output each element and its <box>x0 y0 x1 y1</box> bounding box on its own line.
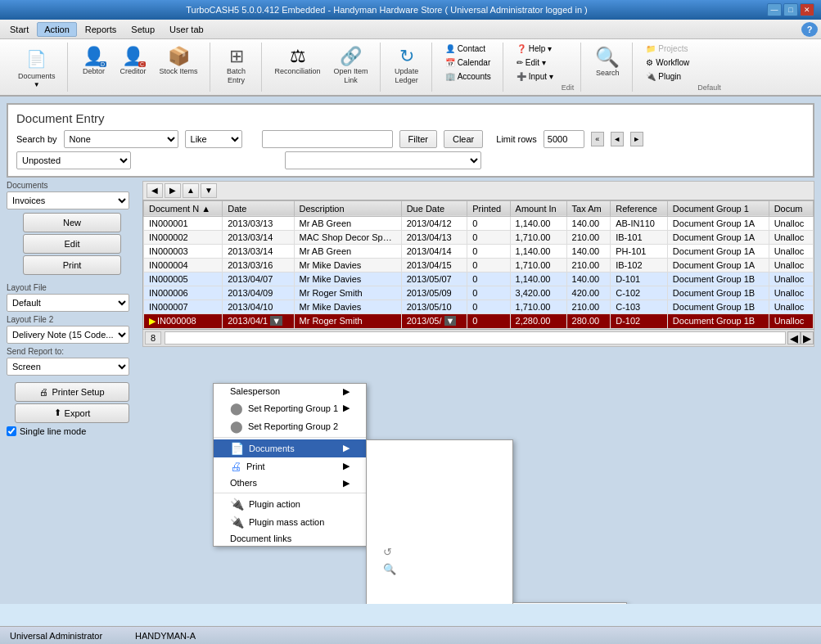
cell-5: 2,280.00 <box>510 313 566 328</box>
search-button[interactable]: 🔍 Search <box>589 43 625 81</box>
new-button[interactable]: New <box>23 213 121 232</box>
ctx-convert-order[interactable]: Convert Invoice to Order <box>367 480 512 494</box>
limit-rows-input[interactable] <box>544 130 584 148</box>
nav-next-button[interactable]: ► <box>630 132 643 146</box>
table-container[interactable]: Document N ▲ Date Description Due Date P… <box>142 200 814 330</box>
like-select[interactable]: Like Equal Not Equal <box>185 130 242 148</box>
col-tax[interactable]: Tax Am <box>566 200 611 216</box>
close-button[interactable]: ✕ <box>800 3 814 16</box>
ctx-others[interactable]: Others ▶ <box>214 475 366 491</box>
minimize-button[interactable]: — <box>767 3 782 16</box>
projects-button[interactable]: 📁 Projects <box>641 43 694 55</box>
contact-button[interactable]: 👤 Contact <box>440 43 496 55</box>
update-ledger-button[interactable]: ↻ UpdateLedger <box>389 43 425 88</box>
toolbar-move-up[interactable]: ▲ <box>183 183 199 198</box>
clear-button[interactable]: Clear <box>444 130 483 148</box>
layout-select[interactable]: Default <box>7 294 129 312</box>
document-type-select[interactable]: Invoices Credit Notes Orders Purchases <box>7 191 129 209</box>
ctx-plugin-mass[interactable]: 🔌 Plugin mass action <box>214 513 366 531</box>
table-row[interactable]: ▶IN0000082013/04/1 ▼Mr Roger Smith2013/0… <box>144 313 814 328</box>
ctx-orders[interactable]: Orders <box>513 603 626 604</box>
ctx-reporting1[interactable]: ⬤ Set Reporting Group 1 ▶ <box>214 399 366 417</box>
send-select[interactable]: Screen Printer Email <box>7 358 129 376</box>
stock-items-button[interactable]: 📦 Stock Items <box>155 43 203 79</box>
menu-usertab[interactable]: User tab <box>163 23 210 36</box>
nav-prev-button[interactable]: ◄ <box>611 132 624 146</box>
calendar-button[interactable]: 📅 Calendar <box>440 56 496 69</box>
menu-setup[interactable]: Setup <box>124 23 161 36</box>
ctx-convert-credit[interactable]: Convert to Creditnote / Return Note <box>367 494 512 519</box>
ctx-create-purchase[interactable]: Create Purchase on Default Supplier 1 <box>367 455 512 480</box>
ctx-documents[interactable]: 📄 Documents ▶ Copy Document Create Purch… <box>214 439 366 457</box>
table-row[interactable]: IN0000062013/04/09Mr Roger Smith2013/05/… <box>144 286 814 299</box>
change-account-icon: ↺ <box>383 546 392 558</box>
accounts-dropdown[interactable] <box>285 151 481 169</box>
col-group[interactable]: Document Group 1 <box>667 200 769 216</box>
table-row[interactable]: IN0000022013/03/14MAC Shop Decor Special… <box>144 230 814 244</box>
ctx-doc-links[interactable]: Document links <box>214 531 366 546</box>
ctx-redo-discount[interactable]: Redo Discount on Document <box>367 519 512 543</box>
col-date[interactable]: Date <box>223 200 294 216</box>
cell-8: Document Group 1A <box>667 258 769 272</box>
batch-entry-button[interactable]: ⊞ BatchEntry <box>219 43 255 88</box>
workflow-button[interactable]: ⚙ Workflow <box>641 56 694 69</box>
menu-action[interactable]: Action <box>37 22 77 37</box>
ctx-edit-account[interactable]: 🔍 Edit Account <box>367 561 512 578</box>
value-input[interactable] <box>262 130 393 148</box>
ctx-copy-to[interactable]: Copy to Orders Purchases Supplier Return… <box>367 602 512 604</box>
plugin-button[interactable]: 🔌 Plugin <box>641 70 694 83</box>
debtor-button[interactable]: 👤 D Debtor <box>76 43 112 79</box>
table-row[interactable]: IN0000052013/04/07Mr Mike Davies2013/05/… <box>144 272 814 286</box>
input-button[interactable]: ➕ Input ▾ <box>512 70 558 83</box>
ctx-reporting2[interactable]: ⬤ Set Reporting Group 2 <box>214 417 366 435</box>
scroll-right-button[interactable]: ▶ <box>801 331 814 345</box>
col-docum[interactable]: Docum <box>769 200 813 216</box>
status-select[interactable]: Unposted Posted All <box>16 151 131 169</box>
cell-3: 2013/05/09 <box>401 286 467 299</box>
toolbar-move-right[interactable]: ▶ <box>165 183 181 198</box>
table-row[interactable]: IN0000042013/03/16Mr Mike Davies2013/04/… <box>144 258 814 272</box>
table-row[interactable]: IN0000072013/04/10Mr Mike Davies2013/05/… <box>144 299 814 313</box>
search-by-select[interactable]: None Document Number Description Referen… <box>64 130 178 148</box>
edit-sm-button[interactable]: ✏ Edit ▾ <box>512 56 558 69</box>
toolbar-move-down[interactable]: ▼ <box>201 183 217 198</box>
col-desc[interactable]: Description <box>294 200 401 216</box>
export-button[interactable]: ⬆ Export <box>15 403 129 423</box>
reconciliation-button[interactable]: ⚖ Reconciliation <box>270 43 326 79</box>
nav-first-button[interactable]: « <box>591 132 604 146</box>
col-doc-num[interactable]: Document N ▲ <box>144 200 223 216</box>
creditor-button[interactable]: 👤 C Creditor <box>115 43 151 79</box>
documents-button[interactable]: 📄 Documents ▼ <box>13 43 61 92</box>
cell-2: MAC Shop Decor Specialists <box>294 230 401 244</box>
table-row[interactable]: IN0000032013/03/14Mr AB Green2013/04/140… <box>144 244 814 258</box>
menu-reports[interactable]: Reports <box>79 23 124 36</box>
header-row: Document N ▲ Date Description Due Date P… <box>144 200 814 216</box>
ctx-create-backorders[interactable]: Create Backorders to Deliver <box>367 578 512 602</box>
accounts-button[interactable]: 🏢 Accounts <box>440 70 496 83</box>
table-row[interactable]: IN0000012013/03/13Mr AB Green2013/04/120… <box>144 216 814 230</box>
col-amount[interactable]: Amount In <box>510 200 566 216</box>
toolbar-move-left[interactable]: ◀ <box>147 183 163 198</box>
ctx-plugin-action[interactable]: 🔌 Plugin action <box>214 495 366 513</box>
filter-button[interactable]: Filter <box>399 130 437 148</box>
menu-start[interactable]: Start <box>3 23 35 36</box>
col-ref[interactable]: Reference <box>611 200 668 216</box>
edit-button[interactable]: Edit <box>23 234 121 254</box>
cell-9: Unalloc <box>769 299 813 313</box>
scroll-left-button[interactable]: ◀ <box>787 331 801 345</box>
print-button[interactable]: Print <box>23 255 121 275</box>
open-item-link-button[interactable]: 🔗 Open ItemLink <box>329 43 373 88</box>
col-due-date[interactable]: Due Date <box>401 200 467 216</box>
maximize-button[interactable]: □ <box>783 3 798 16</box>
help-button[interactable]: ? <box>801 22 818 37</box>
ctx-print[interactable]: 🖨 Print ▶ <box>214 457 366 475</box>
printer-setup-button[interactable]: 🖨 Printer Setup <box>15 382 129 402</box>
layout2-select[interactable]: Delivery Note (15 Code... <box>7 326 129 344</box>
ctx-salesperson[interactable]: Salesperson ▶ <box>214 384 366 399</box>
single-line-checkbox[interactable] <box>7 426 16 436</box>
help-sm-button[interactable]: ❓ Help ▾ <box>512 43 558 55</box>
col-printed[interactable]: Printed <box>467 200 510 216</box>
ctx-change-account[interactable]: ↺ Change Account <box>367 543 512 561</box>
scroll-track[interactable] <box>165 331 786 345</box>
ctx-copy-doc[interactable]: Copy Document <box>367 440 512 455</box>
